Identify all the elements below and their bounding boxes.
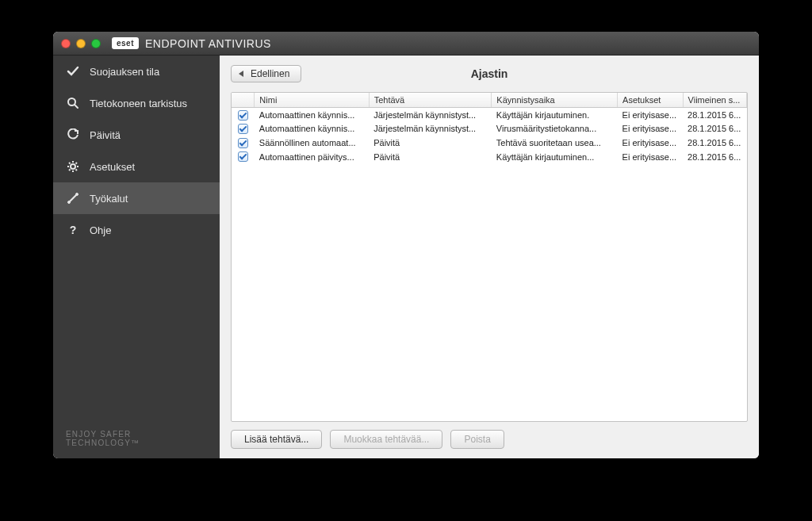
sidebar-item-scan[interactable]: Tietokoneen tarkistus [53, 87, 220, 119]
sidebar-item-status[interactable]: Suojauksen tila [53, 56, 220, 87]
edit-task-button[interactable]: Muokkaa tehtävää... [330, 430, 442, 449]
cell-name: Automaattinen päivitys... [255, 150, 369, 164]
row-checkbox[interactable] [238, 138, 248, 148]
add-task-button[interactable]: Lisää tehtävä... [231, 430, 322, 449]
zoom-icon[interactable] [91, 39, 101, 48]
gear-icon [66, 159, 80, 174]
search-icon [66, 96, 80, 110]
back-button[interactable]: Edellinen [231, 65, 301, 82]
cell-settings: Ei erityisase... [618, 150, 683, 164]
refresh-icon [66, 128, 80, 142]
sidebar-item-label: Päivitä [90, 129, 121, 141]
col-header-name[interactable]: Nimi [255, 93, 369, 108]
cell-task: Päivitä [369, 136, 492, 150]
cell-task: Järjestelmän käynnistyst... [369, 122, 492, 136]
col-header-start[interactable]: Käynnistysaika [492, 93, 618, 108]
scheduler-table: Nimi Tehtävä Käynnistysaika Asetukset Vi… [232, 93, 747, 163]
delete-task-button[interactable]: Poista [450, 430, 504, 449]
window-body: Suojauksen tila Tietokoneen tarkistus Pä… [53, 56, 759, 458]
table-row[interactable]: Automaattinen käynnis... Järjestelmän kä… [232, 108, 747, 122]
button-row: Lisää tehtävä... Muokkaa tehtävää... Poi… [231, 430, 748, 449]
sidebar-footer: ENJOY SAFER TECHNOLOGY™ [53, 419, 220, 458]
cell-start: Käyttäjän kirjautuminen... [492, 150, 618, 164]
brand-logo: eset [112, 37, 139, 49]
svg-point-4 [76, 193, 79, 196]
table-row[interactable]: Säännöllinen automaat... Päivitä Tehtävä… [232, 136, 747, 150]
sidebar-item-tools[interactable]: Työkalut [53, 182, 220, 214]
scheduler-table-panel: Nimi Tehtävä Käynnistysaika Asetukset Vi… [231, 92, 748, 422]
app-title: ENDPOINT ANTIVIRUS [145, 37, 271, 50]
col-header-settings[interactable]: Asetukset [618, 93, 683, 108]
cell-last: 28.1.2015 6... [683, 108, 746, 122]
cell-start: Virusmääritystietokanna... [492, 122, 618, 136]
col-header-task[interactable]: Tehtävä [369, 93, 492, 108]
question-icon: ? [66, 223, 80, 237]
sidebar-item-label: Ohje [90, 224, 111, 236]
cell-settings: Ei erityisase... [618, 108, 683, 122]
row-checkbox[interactable] [238, 124, 248, 134]
minimize-icon[interactable] [76, 39, 86, 48]
traffic-lights [61, 39, 101, 48]
check-icon [66, 64, 80, 79]
cell-name: Säännöllinen automaat... [255, 136, 369, 150]
row-checkbox[interactable] [238, 110, 248, 121]
table-row[interactable]: Automaattinen päivitys... Päivitä Käyttä… [232, 150, 747, 164]
svg-point-2 [71, 164, 75, 169]
col-header-last[interactable]: Viimeinen s... [683, 93, 746, 108]
svg-text:?: ? [70, 224, 77, 236]
cell-task: Järjestelmän käynnistyst... [369, 108, 492, 122]
cell-start: Tehtävä suoritetaan usea... [492, 136, 618, 150]
cell-name: Automaattinen käynnis... [255, 122, 369, 136]
col-header-check[interactable] [232, 93, 255, 108]
main-panel: Edellinen Ajastin Nimi Tehtävä Käynnisty… [220, 56, 759, 458]
sidebar-item-label: Työkalut [90, 193, 128, 205]
svg-point-3 [68, 201, 71, 204]
sidebar-item-settings[interactable]: Asetukset [53, 151, 220, 182]
sidebar-item-label: Tietokoneen tarkistus [90, 98, 187, 109]
header-row: Edellinen Ajastin [231, 63, 748, 84]
sidebar: Suojauksen tila Tietokoneen tarkistus Pä… [53, 56, 220, 458]
row-checkbox[interactable] [238, 151, 248, 162]
cell-start: Käyttäjän kirjautuminen. [492, 108, 618, 122]
tools-icon [66, 191, 80, 205]
cell-last: 28.1.2015 6... [683, 136, 746, 150]
app-window: eset ENDPOINT ANTIVIRUS Suojauksen tila … [53, 32, 759, 458]
svg-line-1 [75, 105, 78, 108]
cell-task: Päivitä [369, 150, 492, 164]
titlebar: eset ENDPOINT ANTIVIRUS [53, 32, 759, 56]
sidebar-item-help[interactable]: ? Ohje [53, 214, 220, 246]
sidebar-item-label: Asetukset [90, 161, 135, 173]
cell-name: Automaattinen käynnis... [255, 108, 369, 122]
page-title: Ajastin [471, 67, 508, 80]
cell-last: 28.1.2015 6... [683, 122, 746, 136]
table-row[interactable]: Automaattinen käynnis... Järjestelmän kä… [232, 122, 747, 136]
sidebar-item-label: Suojauksen tila [90, 66, 159, 78]
cell-last: 28.1.2015 6... [683, 150, 746, 164]
close-icon[interactable] [61, 39, 71, 48]
sidebar-item-update[interactable]: Päivitä [53, 119, 220, 151]
cell-settings: Ei erityisase... [618, 136, 683, 150]
cell-settings: Ei erityisase... [618, 122, 683, 136]
